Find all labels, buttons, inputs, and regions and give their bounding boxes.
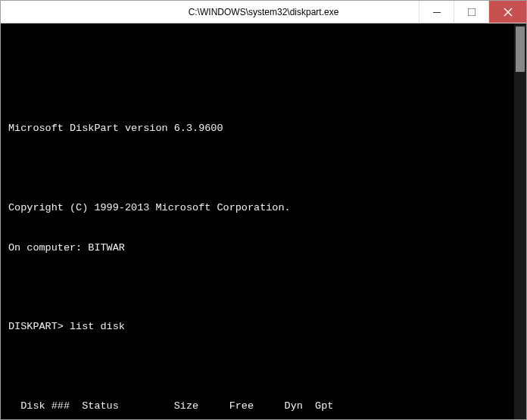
- scrollbar[interactable]: [514, 23, 526, 419]
- close-icon: [504, 8, 513, 17]
- prompt-text: DISKPART>: [8, 320, 70, 334]
- svg-rect-1: [468, 8, 476, 16]
- terminal-output[interactable]: Microsoft DiskPart version 6.3.9600 Copy…: [1, 23, 526, 419]
- diskpart-window: C:\WINDOWS\system32\diskpart.exe Microso…: [0, 0, 527, 420]
- computer-line: On computer: BITWAR: [8, 241, 519, 255]
- version-line: Microsoft DiskPart version 6.3.9600: [8, 122, 519, 135]
- maximize-icon: [468, 8, 476, 16]
- close-button[interactable]: [488, 1, 526, 23]
- scroll-thumb[interactable]: [516, 26, 525, 72]
- prompt-list-disk: DISKPART> list disk: [8, 320, 519, 334]
- disk-table-header: Disk ### Status Size Free Dyn Gpt: [8, 400, 519, 413]
- svg-rect-0: [433, 12, 441, 13]
- window-title: C:\WINDOWS\system32\diskpart.exe: [108, 7, 419, 17]
- minimize-button[interactable]: [419, 1, 454, 23]
- minimize-icon: [433, 8, 441, 16]
- cmd-list-disk: list disk: [70, 320, 125, 334]
- maximize-button[interactable]: [454, 1, 488, 23]
- window-controls: [419, 1, 526, 23]
- copyright-line: Copyright (C) 1999-2013 Microsoft Corpor…: [8, 201, 519, 215]
- titlebar[interactable]: C:\WINDOWS\system32\diskpart.exe: [1, 1, 526, 23]
